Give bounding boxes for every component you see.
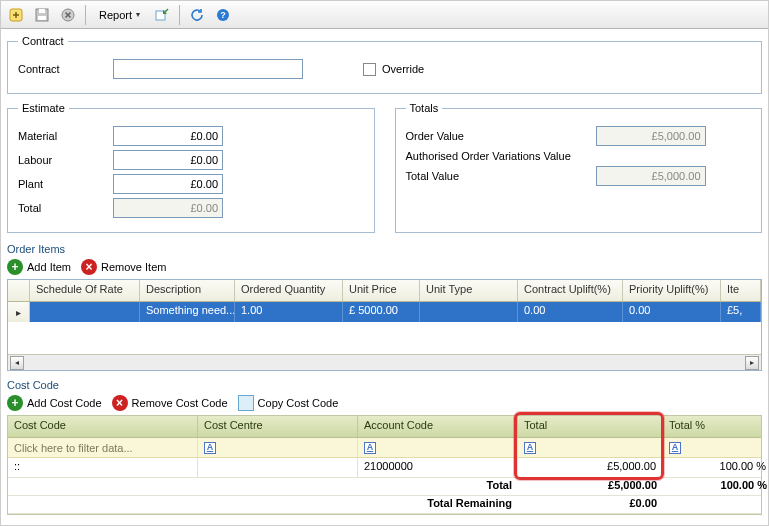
cell-code[interactable]: :: [8,458,198,477]
contract-legend: Contract [18,35,68,47]
labour-input[interactable] [113,150,223,170]
col-cost-code[interactable]: Cost Code [8,416,198,437]
cell-account[interactable]: 21000000 [358,458,518,477]
new-icon[interactable] [5,4,27,26]
remove-cost-code-button[interactable]: ×Remove Cost Code [112,395,228,411]
totals-group: Totals Order Value Authorised Order Vari… [395,102,763,233]
totals-legend: Totals [406,102,443,114]
totals-row: Total £5,000.00 100.00 % [8,478,761,496]
col-account-code[interactable]: Account Code [358,416,518,437]
footer-total-val: £5,000.00 [518,478,663,495]
col-total[interactable]: Total [518,416,663,437]
cost-code-legend: Cost Code [7,379,762,391]
cell-pup[interactable]: 0.00 [623,302,721,322]
filter-account[interactable]: A [358,438,518,457]
row-indicator-icon: ▸ [8,302,30,322]
override-checkbox[interactable] [363,63,376,76]
col-cost-centre[interactable]: Cost Centre [198,416,358,437]
cell-centre[interactable] [198,458,358,477]
plus-icon: + [7,259,23,275]
copy-icon [238,395,254,411]
col-contract-uplift[interactable]: Contract Uplift(%) [518,280,623,301]
plus-icon: + [7,395,23,411]
footer-remain-label: Total Remaining [358,496,518,513]
filter-icon: A [204,442,216,454]
remaining-row: Total Remaining £0.00 [8,496,761,514]
cell-sor[interactable] [30,302,140,322]
cell-price[interactable]: £ 5000.00 [343,302,420,322]
order-value-input [596,126,706,146]
scroll-left-icon[interactable]: ◂ [10,356,24,370]
report-dropdown[interactable]: Report ▾ [92,4,147,26]
cell-total[interactable]: £5,000.00 [518,458,663,477]
copy-cost-code-label: Copy Cost Code [258,397,339,409]
col-ordered-quantity[interactable]: Ordered Quantity [235,280,343,301]
contract-group: Contract Contract Override [7,35,762,94]
main-toolbar: Report ▾ ? [1,1,768,29]
col-item[interactable]: Ite [721,280,761,301]
col-total-pct[interactable]: Total % [663,416,768,437]
col-description[interactable]: Description [140,280,235,301]
add-item-button[interactable]: +Add Item [7,259,71,275]
override-label: Override [382,63,424,75]
material-input[interactable] [113,126,223,146]
remove-cost-code-label: Remove Cost Code [132,397,228,409]
estimate-legend: Estimate [18,102,69,114]
add-item-label: Add Item [27,261,71,273]
x-icon: × [81,259,97,275]
filter-hint[interactable]: Click here to filter data... [8,438,198,457]
labour-label: Labour [18,154,113,166]
cell-utype[interactable] [420,302,518,322]
col-unit-type[interactable]: Unit Type [420,280,518,301]
estimate-group: Estimate Material Labour Plant Total [7,102,375,233]
estimate-total-label: Total [18,202,113,214]
row-indicator-header [8,280,30,301]
svg-rect-3 [38,16,46,20]
filter-centre[interactable]: A [198,438,358,457]
plant-input[interactable] [113,174,223,194]
filter-total[interactable]: A [518,438,663,457]
add-cost-code-button[interactable]: +Add Cost Code [7,395,102,411]
col-schedule-of-rate[interactable]: Schedule Of Rate [30,280,140,301]
filter-icon: A [524,442,536,454]
copy-cost-code-button[interactable]: Copy Cost Code [238,395,339,411]
plant-label: Plant [18,178,113,190]
contract-label: Contract [18,63,113,75]
total-value-input [596,166,706,186]
cell-desc[interactable]: Something need... [140,302,235,322]
filter-pct[interactable]: A [663,438,768,457]
refresh-icon[interactable] [186,4,208,26]
cell-pct[interactable]: 100.00 % [663,458,768,477]
order-items-grid[interactable]: Schedule Of Rate Description Ordered Qua… [7,279,762,371]
chevron-down-icon: ▾ [136,10,140,19]
cell-cup[interactable]: 0.00 [518,302,623,322]
cost-code-grid[interactable]: Cost Code Cost Centre Account Code Total… [7,415,762,515]
remove-item-label: Remove Item [101,261,166,273]
scroll-right-icon[interactable]: ▸ [745,356,759,370]
save-icon[interactable] [31,4,53,26]
order-value-label: Order Value [406,130,596,142]
material-label: Material [18,130,113,142]
estimate-total-input [113,198,223,218]
filter-icon: A [364,442,376,454]
separator [85,5,86,25]
export-icon[interactable] [151,4,173,26]
filter-icon: A [669,442,681,454]
footer-total-pct: 100.00 % [663,478,768,495]
footer-total-label: Total [358,478,518,495]
add-cost-code-label: Add Cost Code [27,397,102,409]
report-label: Report [99,9,132,21]
col-priority-uplift[interactable]: Priority Uplift(%) [623,280,721,301]
table-row[interactable]: :: 21000000 £5,000.00 100.00 % [8,458,761,478]
remove-item-button[interactable]: ×Remove Item [81,259,166,275]
cell-itm[interactable]: £5, [721,302,761,322]
contract-input[interactable] [113,59,303,79]
col-unit-price[interactable]: Unit Price [343,280,420,301]
svg-text:?: ? [220,10,226,20]
help-icon[interactable]: ? [212,4,234,26]
table-row[interactable]: ▸ Something need... 1.00 £ 5000.00 0.00 … [8,302,761,322]
cell-qty[interactable]: 1.00 [235,302,343,322]
svg-rect-2 [39,9,45,13]
footer-remain-val: £0.00 [518,496,663,513]
cancel-icon[interactable] [57,4,79,26]
